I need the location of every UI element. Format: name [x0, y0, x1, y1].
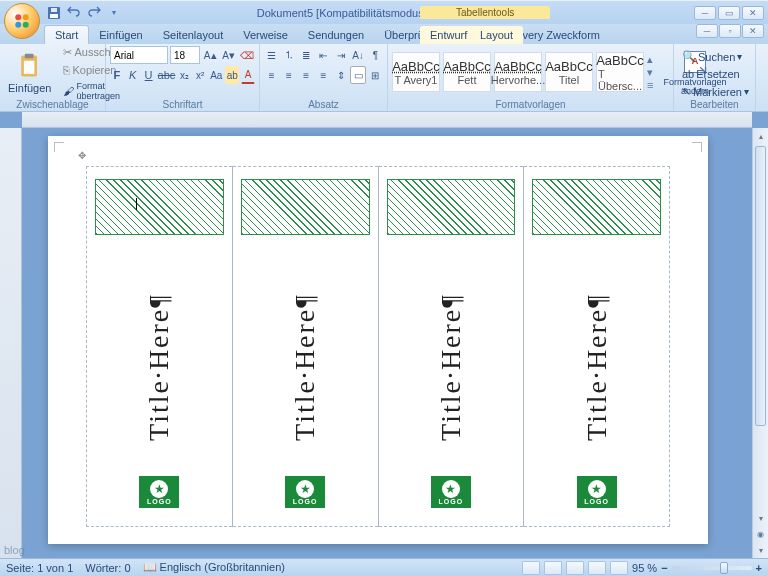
zoom-out-button[interactable]: −	[661, 562, 667, 574]
title-placeholder[interactable]: Title·Here¶	[379, 267, 524, 466]
zoom-slider[interactable]	[672, 566, 752, 570]
styles-scroll-up-icon[interactable]: ▴	[647, 53, 653, 66]
pattern-box[interactable]	[95, 179, 224, 235]
grow-font-button[interactable]: A▴	[202, 46, 218, 64]
tab-layout[interactable]: Layout	[470, 26, 523, 44]
style-hervorhe[interactable]: AaBbCcHervorhe...	[494, 52, 542, 92]
change-case-button[interactable]: Aa	[209, 66, 223, 84]
sort-button[interactable]: A↓	[350, 46, 365, 64]
show-marks-button[interactable]: ¶	[368, 46, 383, 64]
document-page[interactable]: ✥ Title·Here¶ ★LOGO Title·Here¶ ★LOGO Ti…	[48, 136, 708, 544]
vertical-ruler[interactable]	[0, 128, 22, 558]
pattern-box[interactable]	[387, 179, 516, 235]
tab-entwurf[interactable]: Entwurf	[420, 26, 477, 44]
subscript-button[interactable]: x₂	[177, 66, 191, 84]
bullets-button[interactable]: ☰	[264, 46, 279, 64]
redo-icon[interactable]	[86, 5, 102, 21]
numbering-button[interactable]: ⒈	[281, 46, 296, 64]
align-left-button[interactable]: ≡	[264, 66, 279, 84]
title-placeholder[interactable]: Title·Here¶	[524, 267, 669, 466]
shading-button[interactable]: ▭	[350, 66, 365, 84]
label-table[interactable]: Title·Here¶ ★LOGO Title·Here¶ ★LOGO Titl…	[86, 166, 670, 527]
horizontal-ruler[interactable]	[22, 112, 752, 128]
status-words[interactable]: Wörter: 0	[85, 562, 130, 574]
align-justify-button[interactable]: ≡	[316, 66, 331, 84]
group-label-paragraph: Absatz	[260, 99, 387, 110]
select-button[interactable]: ↖ Markieren ▾	[678, 83, 751, 100]
styles-expand-icon[interactable]: ≡	[647, 79, 653, 91]
select-icon: ↖	[682, 85, 691, 98]
table-cell[interactable]: Title·Here¶ ★LOGO	[524, 167, 670, 527]
view-print-layout-button[interactable]	[522, 561, 540, 575]
view-outline-button[interactable]	[588, 561, 606, 575]
style-fett[interactable]: AaBbCcFett	[443, 52, 491, 92]
find-button[interactable]: 🔍 Suchen ▾	[678, 48, 751, 65]
line-spacing-button[interactable]: ⇕	[333, 66, 348, 84]
paste-button[interactable]: Einfügen	[4, 50, 55, 96]
status-language[interactable]: 📖 Englisch (Großbritannien)	[143, 561, 285, 574]
view-web-button[interactable]	[566, 561, 584, 575]
maximize-button[interactable]: ▭	[718, 6, 740, 20]
italic-button[interactable]: K	[126, 66, 140, 84]
table-anchor-icon[interactable]: ✥	[78, 150, 86, 161]
bold-button[interactable]: F	[110, 66, 124, 84]
prev-page-icon[interactable]: ◉	[753, 526, 768, 542]
tab-start[interactable]: Start	[44, 25, 89, 44]
style-avery1[interactable]: AaBbCcT Avery1	[392, 52, 440, 92]
zoom-slider-thumb[interactable]	[720, 562, 728, 574]
scroll-down-icon[interactable]: ▾	[753, 510, 768, 526]
zoom-in-button[interactable]: +	[756, 562, 762, 574]
pattern-box[interactable]	[532, 179, 661, 235]
save-icon[interactable]	[46, 5, 62, 21]
font-color-button[interactable]: A	[241, 66, 255, 84]
pattern-box[interactable]	[241, 179, 370, 235]
style-uebersc[interactable]: AaBbCcT Übersc...	[596, 52, 644, 92]
table-cell[interactable]: Title·Here¶ ★LOGO	[87, 167, 233, 527]
indent-dec-button[interactable]: ⇤	[316, 46, 331, 64]
status-page[interactable]: Seite: 1 von 1	[6, 562, 73, 574]
styles-scroll-down-icon[interactable]: ▾	[647, 66, 653, 79]
font-size-select[interactable]	[170, 46, 200, 64]
office-button[interactable]	[4, 3, 40, 39]
scroll-up-icon[interactable]: ▴	[753, 128, 768, 144]
replace-button[interactable]: ab Ersetzen	[678, 66, 751, 82]
undo-icon[interactable]	[66, 5, 82, 21]
view-fullscreen-button[interactable]	[544, 561, 562, 575]
vertical-scrollbar[interactable]: ▴ ▾ ◉ ▾	[752, 128, 768, 558]
title-placeholder[interactable]: Title·Here¶	[233, 267, 378, 466]
doc-restore-button[interactable]: ▫	[719, 24, 741, 38]
tab-sendungen[interactable]: Sendungen	[298, 26, 374, 44]
qat-dropdown-icon[interactable]: ▾	[106, 5, 122, 21]
indent-inc-button[interactable]: ⇥	[333, 46, 348, 64]
scrollbar-thumb[interactable]	[755, 146, 766, 426]
superscript-button[interactable]: x²	[193, 66, 207, 84]
logo-placeholder[interactable]: ★LOGO	[431, 476, 471, 508]
view-draft-button[interactable]	[610, 561, 628, 575]
clear-format-button[interactable]: ⌫	[239, 46, 255, 64]
highlight-button[interactable]: ab	[225, 66, 239, 84]
tab-seitenlayout[interactable]: Seitenlayout	[153, 26, 234, 44]
close-button[interactable]: ✕	[742, 6, 764, 20]
tab-einfuegen[interactable]: Einfügen	[89, 26, 152, 44]
logo-placeholder[interactable]: ★LOGO	[577, 476, 617, 508]
borders-button[interactable]: ⊞	[368, 66, 383, 84]
align-right-button[interactable]: ≡	[299, 66, 314, 84]
zoom-label[interactable]: 95 %	[632, 562, 657, 574]
logo-placeholder[interactable]: ★LOGO	[139, 476, 179, 508]
table-cell[interactable]: Title·Here¶ ★LOGO	[232, 167, 378, 527]
style-titel[interactable]: AaBbCcTitel	[545, 52, 593, 92]
logo-placeholder[interactable]: ★LOGO	[285, 476, 325, 508]
align-center-button[interactable]: ≡	[281, 66, 296, 84]
next-page-icon[interactable]: ▾	[753, 542, 768, 558]
multilevel-button[interactable]: ≣	[299, 46, 314, 64]
title-placeholder[interactable]: Title·Here¶	[87, 267, 232, 466]
shrink-font-button[interactable]: A▾	[220, 46, 236, 64]
minimize-button[interactable]: ─	[694, 6, 716, 20]
tab-verweise[interactable]: Verweise	[233, 26, 298, 44]
font-name-select[interactable]	[110, 46, 168, 64]
table-cell[interactable]: Title·Here¶ ★LOGO	[378, 167, 524, 527]
strike-button[interactable]: abc	[157, 66, 175, 84]
underline-button[interactable]: U	[142, 66, 156, 84]
doc-close-button[interactable]: ✕	[742, 24, 764, 38]
doc-minimize-button[interactable]: ─	[696, 24, 718, 38]
